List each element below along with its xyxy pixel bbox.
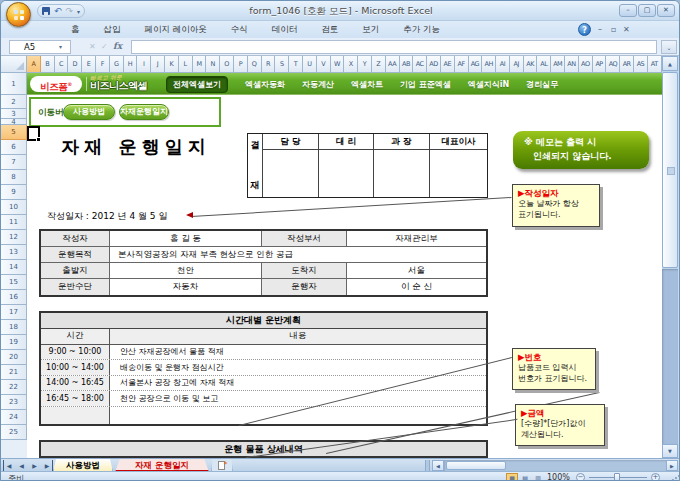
column-header[interactable]: J (151, 56, 165, 72)
column-header[interactable]: AQ (606, 56, 620, 72)
save-icon[interactable] (42, 7, 50, 15)
row-header[interactable]: 19 (1, 335, 27, 350)
redo-icon[interactable] (66, 6, 74, 16)
row-header[interactable]: 6 (1, 140, 27, 155)
row-header[interactable]: 7 (1, 155, 27, 170)
column-header[interactable]: AD (427, 56, 441, 72)
workbook-close-icon[interactable]: ✕ (623, 25, 630, 35)
column-header[interactable]: AJ (510, 56, 524, 72)
ribbon-tab[interactable]: 수식 (231, 24, 248, 36)
row-header[interactable]: 8 (1, 170, 27, 185)
select-all-corner[interactable] (1, 56, 27, 73)
zoom-slider-thumb[interactable] (614, 473, 620, 481)
zoom-in-icon[interactable]: + (651, 473, 660, 481)
column-header[interactable]: Z (372, 56, 386, 72)
column-header[interactable]: AR (620, 56, 634, 72)
name-box-caret-icon[interactable]: ▾ (59, 43, 62, 50)
column-header[interactable]: O (220, 56, 234, 72)
row-header[interactable]: 21 (1, 365, 27, 380)
row-header[interactable]: 11 (1, 215, 27, 230)
horizontal-scroll-thumb[interactable] (446, 461, 506, 470)
column-header[interactable]: AI (496, 56, 510, 72)
page-layout-view-icon[interactable]: ▤ (519, 473, 531, 481)
column-header[interactable]: N (206, 56, 220, 72)
zoom-level[interactable]: 100% (547, 473, 570, 481)
column-header[interactable]: AT (648, 56, 662, 72)
column-header[interactable]: D (68, 56, 82, 72)
scroll-up-icon[interactable]: ▲ (662, 56, 678, 71)
normal-view-icon[interactable]: ▦ (506, 473, 518, 481)
row-header[interactable]: 10 (1, 200, 27, 215)
formula-input[interactable] (131, 40, 657, 54)
column-header[interactable]: F (96, 56, 110, 72)
column-header[interactable]: T (289, 56, 303, 72)
row-header[interactable]: 1 (1, 73, 27, 95)
column-header[interactable]: V (317, 56, 331, 72)
office-button[interactable] (6, 2, 31, 27)
column-header[interactable]: Q (248, 56, 262, 72)
resize-grip[interactable] (671, 474, 680, 481)
vertical-scroll-thumb[interactable] (662, 72, 678, 268)
ribbon-tab[interactable]: 삽입 (104, 24, 121, 36)
banner-menu-item[interactable]: 자동계산 (302, 79, 334, 90)
column-header[interactable]: I (137, 56, 151, 72)
approval-sign-cell[interactable] (374, 150, 430, 197)
column-header[interactable]: AS (634, 56, 648, 72)
row-header[interactable]: 23 (1, 395, 27, 410)
minimize-button[interactable]: – (619, 4, 637, 17)
row-header[interactable]: 22 (1, 380, 27, 395)
row-header[interactable]: 18 (1, 320, 27, 335)
row-header[interactable]: 14 (1, 260, 27, 275)
row-header[interactable]: 24 (1, 410, 27, 425)
approval-sign-cell[interactable] (263, 150, 319, 197)
column-header[interactable]: AA (386, 56, 400, 72)
ribbon-tab[interactable]: 데이터 (272, 24, 298, 36)
column-header[interactable]: AN (565, 56, 579, 72)
row-header[interactable]: 17 (1, 305, 27, 320)
tab-split-handle[interactable] (425, 460, 430, 471)
close-button[interactable]: ✕ (657, 4, 675, 17)
column-header[interactable]: B (41, 56, 55, 72)
column-header[interactable]: W (331, 56, 345, 72)
column-header[interactable]: K (165, 56, 179, 72)
column-header[interactable]: AM (551, 56, 565, 72)
cancel-icon[interactable]: ✕ (89, 42, 96, 51)
banner-menu-item[interactable]: 엑셀자동화 (245, 79, 285, 90)
bizform-logo[interactable]: 비즈폼® (30, 76, 82, 92)
row-header[interactable]: 12 (1, 230, 27, 245)
formula-bar-expand-icon[interactable]: ⌄ (661, 40, 677, 54)
row-header[interactable]: 2 (1, 95, 27, 109)
cell-cursor-a5[interactable] (27, 126, 40, 141)
row-header[interactable]: 15 (1, 275, 27, 290)
row-header[interactable]: 25 (1, 425, 27, 440)
scroll-right-icon[interactable]: ▶ (666, 460, 678, 471)
ribbon-tab[interactable]: 보기 (362, 24, 379, 36)
banner-menu-item[interactable]: 엑셀지식iN (468, 79, 509, 90)
column-header[interactable]: L (179, 56, 193, 72)
operation-log-button[interactable]: 자재운행일지 (119, 104, 169, 120)
vertical-scrollbar[interactable]: ▲ ▼ (662, 56, 678, 458)
usage-guide-button[interactable]: 사용방법 (63, 104, 115, 120)
vertical-scroll-track[interactable] (662, 269, 678, 444)
ribbon-tab[interactable]: 검토 (321, 24, 338, 36)
ribbon-tab[interactable]: 추가 기능 (403, 24, 440, 36)
column-header[interactable]: X (344, 56, 358, 72)
business-excel-logo[interactable]: 빠르고 쉬운 비즈니스엑셀 (90, 73, 165, 91)
row-header[interactable]: 16 (1, 290, 27, 305)
row-header[interactable]: 13 (1, 245, 27, 260)
column-header[interactable]: AB (400, 56, 414, 72)
column-header[interactable]: A (27, 56, 41, 72)
column-header[interactable]: Y (358, 56, 372, 72)
column-header[interactable]: AE (441, 56, 455, 72)
column-header[interactable]: E (82, 56, 96, 72)
first-sheet-icon[interactable]: ◀ (3, 460, 14, 471)
last-sheet-icon[interactable]: ▶ (42, 460, 53, 471)
column-header[interactable]: AF (455, 56, 469, 72)
scroll-left-icon[interactable]: ◀ (432, 460, 444, 471)
column-header[interactable]: G (110, 56, 124, 72)
workbook-restore-icon[interactable]: ▫ (611, 25, 616, 35)
banner-menu-item[interactable]: 기업 표준엑셀 (400, 79, 451, 90)
zoom-out-icon[interactable]: − (576, 473, 585, 481)
ribbon-tab[interactable]: 페이지 레이아웃 (145, 24, 207, 36)
ribbon-tab[interactable]: 홈 (71, 24, 80, 36)
